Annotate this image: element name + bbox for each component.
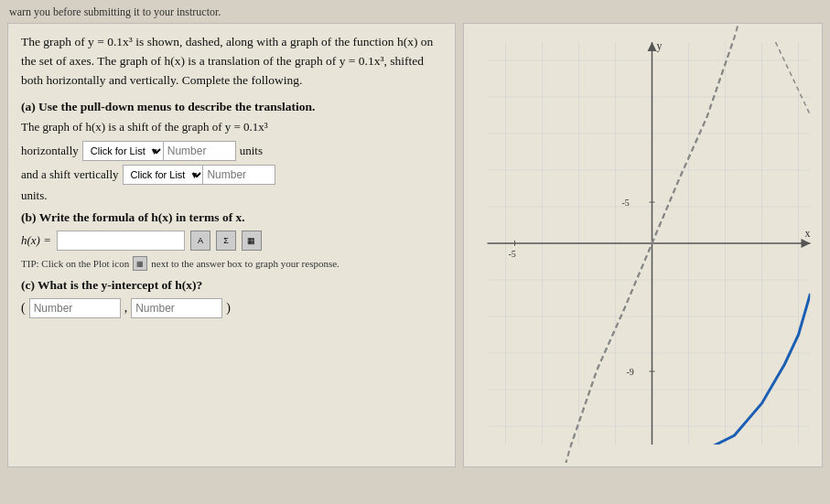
x-axis-label: x [805, 227, 811, 240]
problem-description: The graph of y = 0.1x³ is shown, dashed,… [21, 33, 442, 91]
plot-icon: ▦ [247, 236, 255, 245]
formula-icon-1: A [198, 236, 203, 245]
left-panel: The graph of y = 0.1x³ is shown, dashed,… [7, 23, 456, 467]
intercept-x-input[interactable] [29, 298, 121, 318]
svg-text:-9: -9 [627, 367, 634, 377]
tip-text-1: TIP: Click on the Plot icon [21, 258, 129, 269]
graph-svg: x y -5 [464, 24, 822, 463]
formula-label: h(x) = [21, 233, 51, 248]
horizontal-number-input[interactable] [163, 141, 236, 161]
top-bar: warn you before submitting it to your in… [0, 4, 830, 23]
open-paren: ( [21, 301, 26, 316]
main-content: The graph of y = 0.1x³ is shown, dashed,… [0, 23, 830, 467]
plot-icon-btn[interactable]: ▦ [242, 231, 262, 251]
part-b-label: (b) Write the formula of h(x) in terms o… [21, 210, 442, 225]
intercept-row: ( , ) [21, 298, 442, 318]
graph-container: x y -5 [464, 24, 822, 466]
formula-icon-2: Σ [223, 236, 229, 245]
plot-inline-icon: ▦ [133, 256, 147, 271]
and-shift-label: and a shift vertically [21, 167, 119, 182]
formula-icon-btn-1[interactable]: A [190, 231, 210, 251]
horizontally-row: horizontally Click for List left right ▼… [21, 141, 442, 161]
formula-input[interactable] [57, 231, 185, 251]
right-panel: x y -5 [463, 23, 823, 467]
top-bar-text: warn you before submitting it to your in… [9, 5, 221, 18]
intercept-y-input[interactable] [131, 298, 222, 318]
horizontal-direction-dropdown[interactable]: Click for List left right [82, 141, 165, 161]
svg-text:-5: -5 [509, 249, 516, 259]
tip-row: TIP: Click on the Plot icon ▦ next to th… [21, 256, 442, 271]
shift-sentence: The graph of h(x) is a shift of the grap… [21, 118, 442, 136]
units-label-1: units [240, 144, 263, 158]
comma: , [124, 301, 128, 316]
vertically-row: and a shift vertically Click for List up… [21, 165, 442, 185]
part-c-label: (c) What is the y-intercept of h(x)? [21, 278, 442, 293]
vertical-number-input[interactable] [202, 165, 275, 185]
part-a-label: (a) Use the pull-down menus to describe … [21, 100, 442, 114]
y-axis-label: y [657, 39, 663, 52]
tip-text-2: next to the answer box to graph your res… [151, 258, 340, 269]
vertical-direction-dropdown[interactable]: Click for List up down [123, 165, 205, 185]
horizontally-label: horizontally [21, 144, 79, 158]
formula-icon-btn-2[interactable]: Σ [216, 231, 236, 251]
page-wrapper: warn you before submitting it to your in… [0, 0, 830, 504]
formula-row: h(x) = A Σ ▦ [21, 231, 442, 251]
units-label-2: units. [21, 188, 442, 203]
close-paren: ) [226, 301, 231, 316]
svg-text:-5: -5 [622, 198, 630, 208]
